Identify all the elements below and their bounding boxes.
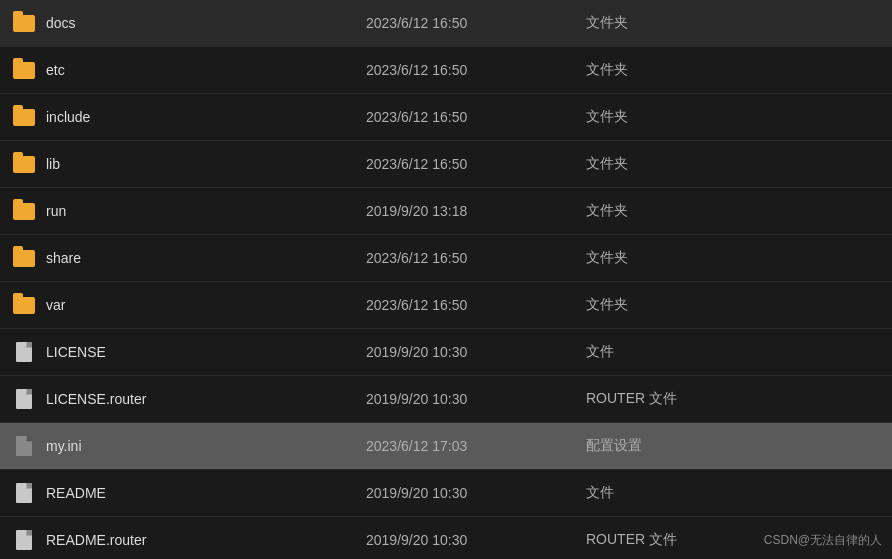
file-type: 文件 xyxy=(586,343,880,361)
file-date: 2023/6/12 16:50 xyxy=(366,62,586,78)
file-type: 配置设置 xyxy=(586,437,880,455)
file-icon-container xyxy=(12,342,36,362)
file-icon-container xyxy=(12,248,36,268)
file-name: include xyxy=(46,109,366,125)
file-doc-icon xyxy=(16,530,32,550)
folder-icon xyxy=(13,250,35,267)
file-icon-container xyxy=(12,530,36,550)
file-row[interactable]: README 2019/9/20 10:30 文件 xyxy=(0,470,892,517)
ini-icon xyxy=(16,436,32,456)
file-row[interactable]: include 2023/6/12 16:50 文件夹 xyxy=(0,94,892,141)
file-type: 文件夹 xyxy=(586,155,880,173)
folder-icon xyxy=(13,203,35,220)
file-row[interactable]: run 2019/9/20 13:18 文件夹 xyxy=(0,188,892,235)
file-name: my.ini xyxy=(46,438,366,454)
file-date: 2023/6/12 16:50 xyxy=(366,297,586,313)
file-type: ROUTER 文件 xyxy=(586,390,880,408)
file-doc-icon xyxy=(16,389,32,409)
file-type: 文件夹 xyxy=(586,249,880,267)
file-icon-container xyxy=(12,201,36,221)
file-date: 2019/9/20 10:30 xyxy=(366,344,586,360)
file-row[interactable]: LICENSE.router 2019/9/20 10:30 ROUTER 文件 xyxy=(0,376,892,423)
file-date: 2023/6/12 16:50 xyxy=(366,156,586,172)
file-name: LICENSE xyxy=(46,344,366,360)
file-icon-container xyxy=(12,60,36,80)
file-type: 文件夹 xyxy=(586,108,880,126)
folder-icon xyxy=(13,109,35,126)
file-row[interactable]: LICENSE 2019/9/20 10:30 文件 xyxy=(0,329,892,376)
file-icon-container xyxy=(12,107,36,127)
folder-icon xyxy=(13,156,35,173)
folder-icon xyxy=(13,297,35,314)
folder-icon xyxy=(13,62,35,79)
file-type: 文件 xyxy=(586,484,880,502)
file-row[interactable]: docs 2023/6/12 16:50 文件夹 xyxy=(0,0,892,47)
file-type: 文件夹 xyxy=(586,61,880,79)
file-row[interactable]: var 2023/6/12 16:50 文件夹 xyxy=(0,282,892,329)
file-name: share xyxy=(46,250,366,266)
file-date: 2019/9/20 10:30 xyxy=(366,391,586,407)
file-name: run xyxy=(46,203,366,219)
file-row[interactable]: share 2023/6/12 16:50 文件夹 xyxy=(0,235,892,282)
file-name: lib xyxy=(46,156,366,172)
file-date: 2023/6/12 16:50 xyxy=(366,250,586,266)
file-icon-container xyxy=(12,436,36,456)
file-date: 2019/9/20 13:18 xyxy=(366,203,586,219)
file-row[interactable]: etc 2023/6/12 16:50 文件夹 xyxy=(0,47,892,94)
file-name: LICENSE.router xyxy=(46,391,366,407)
file-doc-icon xyxy=(16,483,32,503)
file-name: README xyxy=(46,485,366,501)
file-type: 文件夹 xyxy=(586,14,880,32)
file-icon-container xyxy=(12,295,36,315)
file-name: etc xyxy=(46,62,366,78)
file-type: 文件夹 xyxy=(586,296,880,314)
folder-icon xyxy=(13,15,35,32)
file-row[interactable]: my.ini 2023/6/12 17:03 配置设置 xyxy=(0,423,892,470)
file-date: 2023/6/12 17:03 xyxy=(366,438,586,454)
file-name: var xyxy=(46,297,366,313)
file-date: 2023/6/12 16:50 xyxy=(366,109,586,125)
file-icon-container xyxy=(12,13,36,33)
file-name: README.router xyxy=(46,532,366,548)
file-type: 文件夹 xyxy=(586,202,880,220)
file-doc-icon xyxy=(16,342,32,362)
file-date: 2019/9/20 10:30 xyxy=(366,532,586,548)
file-list: docs 2023/6/12 16:50 文件夹 etc 2023/6/12 1… xyxy=(0,0,892,559)
file-name: docs xyxy=(46,15,366,31)
file-date: 2019/9/20 10:30 xyxy=(366,485,586,501)
watermark: CSDN@无法自律的人 xyxy=(764,532,882,549)
file-date: 2023/6/12 16:50 xyxy=(366,15,586,31)
file-row[interactable]: lib 2023/6/12 16:50 文件夹 xyxy=(0,141,892,188)
file-icon-container xyxy=(12,154,36,174)
file-icon-container xyxy=(12,389,36,409)
file-row[interactable]: README.router 2019/9/20 10:30 ROUTER 文件 xyxy=(0,517,892,559)
file-icon-container xyxy=(12,483,36,503)
